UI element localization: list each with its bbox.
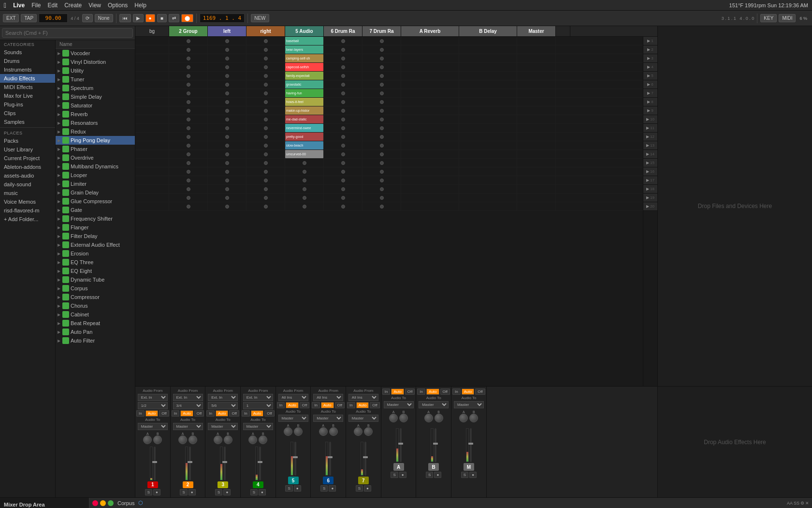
track-cell[interactable] [169, 98, 208, 106]
track-cell[interactable] [401, 54, 459, 62]
fader-track[interactable] [400, 428, 402, 462]
clip-dot[interactable] [380, 118, 384, 121]
item-row[interactable]: ▶ Glue Compressor [56, 197, 135, 206]
mute-button[interactable]: ● [399, 472, 406, 478]
clip-dot[interactable] [225, 74, 229, 78]
clip-slot[interactable]: growstatic [285, 80, 323, 89]
sidebar-item-max-for-live[interactable]: Max for Live [0, 91, 55, 100]
scene-launch-button[interactable]: ▶6 [643, 80, 657, 89]
item-row[interactable]: ▶ Ping Pong Delay [56, 136, 135, 145]
track-cell[interactable] [362, 106, 401, 115]
mute-button[interactable]: ● [329, 485, 336, 492]
sidebar-item-sounds[interactable]: Sounds [0, 48, 55, 57]
solo-button[interactable]: S [250, 489, 258, 495]
track-cell[interactable] [135, 202, 169, 210]
track-cell[interactable] [135, 89, 169, 97]
track-cell[interactable]: hows-it-feel [285, 98, 324, 106]
clip-dot[interactable] [225, 65, 229, 69]
menu-create[interactable]: Create [64, 2, 82, 9]
track-cell[interactable] [459, 159, 517, 167]
scene-launch-button[interactable]: ▶20 [643, 202, 657, 211]
menu-options[interactable]: Options [108, 2, 128, 9]
track-cell[interactable] [169, 80, 208, 89]
monitor-btn-in[interactable]: In [347, 402, 355, 408]
clip-dot[interactable] [187, 161, 190, 165]
track-header-0[interactable]: 2 Group [169, 26, 208, 36]
track-cell[interactable] [459, 133, 517, 141]
track-cell[interactable] [208, 45, 246, 54]
close-device-icon[interactable]: ✕ [805, 501, 809, 506]
scene-launch-button[interactable]: ▶8 [643, 98, 657, 106]
sidebar-item-samples[interactable]: Samples [0, 118, 55, 126]
track-cell[interactable] [401, 167, 459, 176]
track-cell[interactable] [208, 37, 246, 45]
track-cell[interactable] [362, 98, 401, 106]
audio-to-select[interactable]: Master [138, 423, 168, 430]
track-cell[interactable] [324, 45, 362, 54]
clip-dot[interactable] [380, 83, 384, 87]
clip-dot[interactable] [264, 118, 268, 121]
clip-dot[interactable] [341, 109, 345, 113]
clip-dot[interactable] [187, 126, 190, 130]
monitor-btn-in[interactable]: In [382, 388, 391, 395]
track-cell[interactable] [285, 194, 324, 202]
fader-thumb[interactable] [222, 461, 227, 463]
track-cell[interactable] [135, 106, 169, 115]
scene-launch-button[interactable]: ▶17 [643, 176, 657, 185]
clip-dot[interactable] [225, 205, 229, 209]
clip-dot[interactable] [303, 187, 306, 191]
track-cell[interactable] [401, 133, 459, 141]
track-cell[interactable] [208, 80, 246, 89]
monitor-btn-auto[interactable]: Auto [426, 388, 439, 395]
clip-dot[interactable] [303, 205, 306, 209]
track-cell[interactable] [246, 159, 285, 167]
track-cell[interactable] [362, 72, 401, 80]
apple-logo[interactable]:  [4, 1, 6, 9]
audio-from-select[interactable]: All Ins [278, 394, 308, 401]
item-row[interactable]: ▶ Looper [56, 171, 135, 179]
clip-dot[interactable] [225, 126, 229, 130]
channel-number[interactable]: 6 [323, 477, 334, 484]
audio-from-select[interactable]: Ext. In [173, 394, 203, 401]
mute-button[interactable]: ● [153, 489, 160, 495]
track-cell[interactable] [401, 89, 459, 97]
item-row[interactable]: ▶ External Audio Effect [56, 240, 135, 249]
sidebar-item-drums[interactable]: Drums [0, 57, 55, 65]
clip-dot[interactable] [225, 179, 229, 182]
track-cell[interactable] [169, 159, 208, 167]
clip-dot[interactable] [380, 161, 384, 165]
track-cell[interactable] [135, 167, 169, 176]
track-cell[interactable] [324, 141, 362, 149]
track-cell[interactable] [324, 150, 362, 158]
track-cell[interactable] [401, 37, 459, 45]
solo-button[interactable]: S [320, 485, 328, 492]
search-input[interactable] [2, 28, 133, 38]
track-cell[interactable]: family-expectati [285, 72, 324, 80]
track-cell[interactable] [246, 98, 285, 106]
clip-dot[interactable] [341, 48, 345, 52]
track-cell[interactable] [401, 141, 459, 149]
track-cell[interactable] [517, 202, 556, 210]
track-cell[interactable] [135, 133, 169, 141]
item-row[interactable]: ▶ Compressor [56, 293, 135, 301]
audio-from-select[interactable]: Ext. In [208, 394, 238, 401]
track-cell[interactable] [169, 124, 208, 132]
sidebar-item-plugins[interactable]: Plug-ins [0, 100, 55, 109]
track-cell[interactable] [169, 54, 208, 62]
monitor-btn-auto[interactable]: Auto [462, 388, 474, 395]
monitor-btn-auto[interactable]: Auto [286, 402, 298, 408]
clip-dot[interactable] [225, 39, 229, 43]
track-cell[interactable] [459, 150, 517, 158]
clip-dot[interactable] [380, 39, 384, 43]
monitor-btn-in[interactable]: In [136, 410, 145, 417]
track-cell[interactable] [324, 194, 362, 202]
track-cell[interactable] [135, 159, 169, 167]
track-cell[interactable] [324, 63, 362, 71]
item-row[interactable]: ▶ Auto Pan [56, 328, 135, 336]
monitor-btn-in[interactable]: In [452, 388, 461, 395]
track-cell[interactable] [135, 194, 169, 202]
track-cell[interactable] [246, 150, 285, 158]
track-cell[interactable] [517, 167, 556, 176]
monitor-btn-auto[interactable]: Auto [251, 410, 263, 417]
track-cell[interactable] [459, 80, 517, 89]
